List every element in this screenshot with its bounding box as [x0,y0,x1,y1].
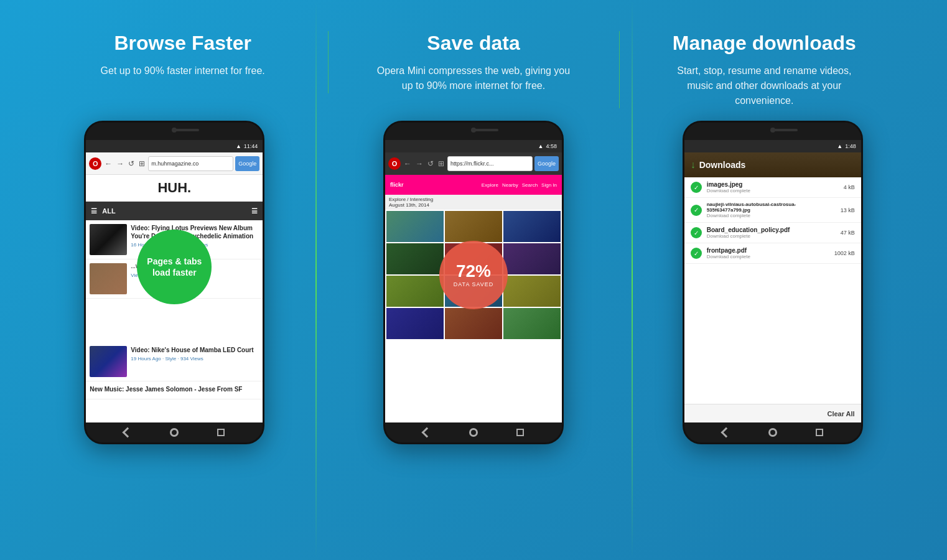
forward-btn[interactable]: → [115,159,125,168]
article-thumb-3 [90,346,127,377]
flickr-cell-11 [445,308,502,339]
flickr-explore-bar: Explore / Interesting August 13th, 2014 [385,195,562,210]
flickr-nearby[interactable]: Nearby [502,182,518,188]
dl-check-4: ✓ [691,248,702,259]
wifi-icon: ▲ [236,143,241,149]
flickr-brand: flickr [390,182,404,188]
phone2-browser-toolbar: O ← → ↺ ⊞ https://m.flickr.c... Google [385,152,562,175]
article-title-4: New Music: Jesse James Solomon - Jesse F… [90,385,259,393]
phone2: ▲ 4:58 O ← → ↺ ⊞ https://m.flickr.c... [383,121,564,444]
phone2-search-label: Google [538,161,556,167]
phone1-speaker [174,129,199,131]
dl-info-3: Board_education_policy.pdf Download comp… [707,226,836,239]
hamburger-icon: ☰ [91,207,97,215]
data-saved-label: DATA SAVED [454,281,494,287]
feature-panel-save: Save data Opera Mini compresses the web,… [328,31,618,93]
flickr-signin[interactable]: Sign In [541,182,557,188]
back-btn-2[interactable]: ← [403,159,413,168]
manage-downloads-title: Manage downloads [638,31,891,55]
phone3-top-bar [684,123,861,140]
flickr-cell-3 [503,211,561,242]
flickr-nav: flickr Explore Nearby Search Sign In [385,175,562,195]
clear-all-button[interactable]: Clear All [827,410,854,418]
flickr-explore[interactable]: Explore [482,182,498,188]
phone2-screen: O ← → ↺ ⊞ https://m.flickr.c... Google [385,152,562,422]
browse-faster-title: Browse Faster [56,31,309,55]
article-3: Video: Nike's House of Mamba LED Court 1… [86,342,263,381]
download-arrow-icon: ↓ [691,159,696,170]
dl-status-2: Download complete [707,213,836,218]
save-data-desc: Opera Mini compresses the web, giving yo… [374,63,573,93]
tabs-btn[interactable]: ⊞ [138,159,146,168]
flickr-cell-1 [386,211,444,242]
back-nav-btn-3[interactable] [721,427,731,438]
phone3-bottom-bar [684,422,861,442]
refresh-btn[interactable]: ↺ [127,159,136,168]
back-btn[interactable]: ← [103,159,113,168]
data-saved-pct: 72% [456,263,491,280]
phone1-search-label: Google [238,161,256,167]
forward-btn-2[interactable]: → [414,159,424,168]
dl-size-3: 47 kB [841,230,855,236]
downloads-title: Downloads [699,160,746,170]
dl-item-1: ✓ images.jpeg Download complete 4 kB [684,177,861,198]
dl-name-2: naujieji-vilniaus-autobusai-castrosua-53… [707,202,836,213]
phone3-wrapper: ▲ 1:48 ↓ Downloads ✓ images.jpeg Downl [623,121,922,444]
huh-menu-bar: ☰ ALL ☰ [86,202,263,220]
flickr-search[interactable]: Search [522,182,538,188]
dl-info-4: frontpage.pdf Download complete [707,247,829,259]
main-container: Browse Faster Get up to 90% faster inter… [0,0,947,560]
phone2-search-btn[interactable]: Google [534,156,559,171]
huh-header: HUH. [86,175,263,202]
phone3-status-bar: ▲ 1:48 [684,140,861,152]
flickr-cell-7 [386,276,444,307]
recent-nav-btn-3[interactable] [816,429,823,436]
article-thumb-1 [90,224,127,255]
feature-panel-browse: Browse Faster Get up to 90% faster inter… [37,31,328,78]
dl-name-1: images.jpeg [707,181,839,188]
phone1-search-btn[interactable]: Google [235,156,259,171]
top-section: Browse Faster Get up to 90% faster inter… [0,0,947,121]
dl-clear-bar: Clear All [684,404,861,422]
flickr-cell-9 [503,276,561,307]
flickr-nav-links: Explore Nearby Search Sign In [482,182,557,188]
feature-panel-downloads: Manage downloads Start, stop, resume and… [619,31,910,108]
flickr-grid: 72% DATA SAVED [385,210,562,340]
phone2-speaker [473,129,498,131]
wifi-icon-3: ▲ [837,143,842,149]
article-4: New Music: Jesse James Solomon - Jesse F… [86,381,263,399]
phone1-url-bar[interactable]: m.huhmagazine.co [148,156,233,171]
explore-date: August 13th, 2014 [389,202,429,208]
divider-1 [315,0,317,560]
recent-nav-btn-2[interactable] [516,429,524,436]
phones-section: ▲ 11:44 O ← → ↺ ⊞ m.huhmagazine.co [0,121,947,444]
phone2-url-bar[interactable]: https://m.flickr.c... [447,156,533,171]
phone1-wrapper: ▲ 11:44 O ← → ↺ ⊞ m.huhmagazine.co [25,121,324,444]
home-nav-btn-2[interactable] [469,428,478,437]
dl-status-3: Download complete [707,233,836,239]
refresh-btn-2[interactable]: ↺ [426,159,435,168]
phone2-url-text: https://m.flickr.c... [450,161,494,167]
phone2-status-bar: ▲ 4:58 [385,140,562,152]
dl-item-3: ✓ Board_education_policy.pdf Download co… [684,223,861,243]
home-nav-btn-3[interactable] [768,428,777,437]
home-nav-btn[interactable] [170,428,179,437]
phone3-speaker [773,129,798,131]
dl-name-4: frontpage.pdf [707,247,829,254]
article-content-3: Video: Nike's House of Mamba LED Court 1… [131,346,259,377]
browse-faster-desc: Get up to 90% faster internet for free. [83,63,282,78]
back-nav-btn[interactable] [123,427,133,438]
wifi-icon-2: ▲ [538,143,544,149]
article-meta-3: 19 Hours Ago · Style · 934 Views [131,356,259,362]
phone1-status-bar: ▲ 11:44 [86,140,263,152]
phone1-browser-toolbar: O ← → ↺ ⊞ m.huhmagazine.co Google [86,152,263,175]
dl-size-4: 1002 kB [834,250,855,256]
dl-check-2: ✓ [691,205,702,216]
recent-nav-btn[interactable] [217,429,225,436]
explore-label: Explore / Interesting [389,197,433,202]
phone1-time: 11:44 [244,143,258,149]
dl-item-2: ✓ naujieji-vilniaus-autobusai-castrosua-… [684,198,861,223]
menu-right-icon: ☰ [251,207,258,215]
tabs-btn-2[interactable]: ⊞ [437,159,446,168]
back-nav-btn-2[interactable] [422,427,432,438]
